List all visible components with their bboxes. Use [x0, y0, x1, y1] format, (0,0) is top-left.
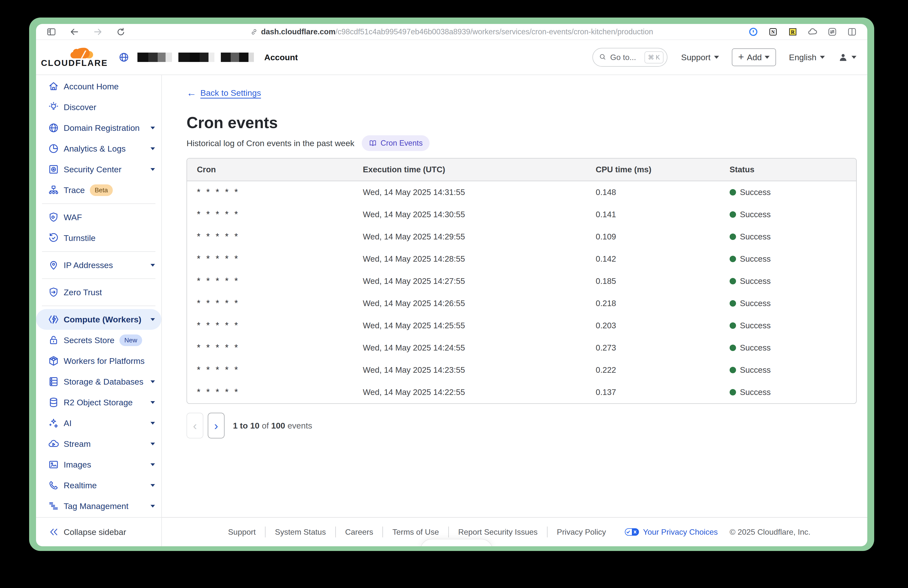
- link-icon: [250, 28, 258, 35]
- goto-search[interactable]: Go to... ⌘ K: [592, 48, 667, 67]
- cron-events-doc-badge[interactable]: Cron Events: [362, 135, 430, 151]
- cron-expression: * * * * *: [187, 276, 353, 286]
- success-dot-icon: [729, 367, 736, 373]
- back-to-settings-link[interactable]: ← Back to Settings: [187, 88, 261, 98]
- chevron-down-icon: [151, 443, 155, 445]
- sidebar-item[interactable]: Storage & Databases: [36, 371, 161, 392]
- table-row: * * * * * Wed, 14 May 2025 14:28:55 0.14…: [187, 248, 856, 270]
- footer-link[interactable]: Privacy Policy: [547, 528, 615, 536]
- execution-time: Wed, 14 May 2025 14:28:55: [353, 254, 586, 264]
- cron-expression: * * * * *: [187, 254, 353, 264]
- sidebar-item-label: WAF: [64, 213, 82, 222]
- sidebar-item[interactable]: Secrets Store New: [36, 330, 161, 351]
- sidebar-item-label: Realtime: [64, 481, 97, 490]
- account-name-redacted: Account: [137, 53, 298, 62]
- footer-link[interactable]: Careers: [336, 528, 383, 536]
- sidebar-item[interactable]: Workers for Platforms: [36, 351, 161, 371]
- chevron-down-icon: [714, 56, 719, 59]
- footer-link[interactable]: Support: [219, 528, 265, 536]
- chevron-down-icon: [151, 147, 155, 150]
- partial-dialog[interactable]: Rebuild Studio: [420, 539, 493, 546]
- cpu-time: 0.141: [586, 210, 720, 219]
- next-page-button[interactable]: ›: [208, 413, 225, 438]
- footer-link[interactable]: System Status: [266, 528, 335, 536]
- sidebar-item[interactable]: Analytics & Logs: [36, 138, 161, 159]
- sidebar-divider: [42, 279, 155, 279]
- double-chevron-left-icon: [48, 526, 59, 538]
- chevron-down-icon: [852, 56, 856, 59]
- sidebar-item[interactable]: Realtime: [36, 475, 161, 496]
- disks-icon: [48, 397, 59, 408]
- sidebar-item-label: Account Home: [64, 82, 119, 91]
- footer-link[interactable]: Terms of Use: [383, 528, 448, 536]
- pagination-summary: 1 to 10 of 100 events: [233, 421, 312, 430]
- sidebar-item[interactable]: Images: [36, 454, 161, 475]
- chevron-down-icon: [820, 56, 825, 59]
- collapse-sidebar-button[interactable]: Collapse sidebar: [36, 517, 161, 546]
- app-header: CLOUDFLARE Account Go to... ⌘ K Support …: [36, 40, 867, 75]
- home-icon: [48, 81, 59, 92]
- previous-page-button[interactable]: ‹: [187, 413, 203, 438]
- cron-events-table: Cron Execution time (UTC) CPU time (ms) …: [187, 158, 856, 404]
- r-extension-icon[interactable]: R: [788, 27, 798, 37]
- ai-icon: [48, 417, 59, 429]
- cpu-time: 0.185: [586, 277, 720, 286]
- sidebar-item[interactable]: Stream: [36, 433, 161, 454]
- cloud-download-icon[interactable]: [808, 27, 818, 37]
- reload-icon[interactable]: [116, 27, 126, 37]
- status-cell: Success: [720, 254, 856, 264]
- sidebar-item[interactable]: Account Home: [36, 76, 161, 97]
- extensions-sliders-icon[interactable]: [828, 27, 837, 37]
- sidebar-item[interactable]: AI: [36, 413, 161, 433]
- onepassword-icon[interactable]: [749, 27, 758, 37]
- sidebar-nav: Account Home Discover Domain Registratio…: [36, 75, 161, 517]
- cloudflare-cloud-icon: [68, 47, 96, 60]
- notion-icon[interactable]: N: [768, 27, 778, 37]
- main-content: ← Back to Settings Cron events Historica…: [162, 75, 867, 517]
- sidebar-item[interactable]: Tag Management: [36, 496, 161, 516]
- cpu-time: 0.109: [586, 232, 720, 242]
- pin-icon: [48, 259, 59, 271]
- table-row: * * * * * Wed, 14 May 2025 14:30:55 0.14…: [187, 203, 856, 226]
- footer-link[interactable]: Report Security Issues: [449, 528, 547, 536]
- sidebar-item[interactable]: Turnstile: [36, 227, 161, 248]
- sidebar-item-label: Discover: [64, 102, 96, 112]
- table-row: * * * * * Wed, 14 May 2025 14:29:55 0.10…: [187, 226, 856, 248]
- column-header-status: Status: [720, 165, 856, 174]
- column-header-cron: Cron: [187, 165, 353, 174]
- status-cell: Success: [720, 321, 856, 330]
- sidebar-item[interactable]: Zero Trust: [36, 282, 161, 303]
- add-button[interactable]: +Add: [732, 48, 776, 66]
- cron-expression: * * * * *: [187, 365, 353, 375]
- success-dot-icon: [729, 300, 736, 306]
- url-bar[interactable]: dash.cloudflare.com/c98cdf51c4ab995497eb…: [250, 27, 653, 36]
- sidebar-item[interactable]: IP Addresses: [36, 255, 161, 275]
- sidebar-item[interactable]: Domain Registration: [36, 118, 161, 138]
- sidebar-item[interactable]: Trace Beta: [36, 180, 161, 200]
- cron-expression: * * * * *: [187, 187, 353, 198]
- back-arrow-icon[interactable]: [69, 27, 79, 37]
- cloudflare-logo[interactable]: CLOUDFLARE: [41, 47, 108, 68]
- bulb-icon: [48, 101, 59, 113]
- user-menu[interactable]: [838, 52, 856, 63]
- cpu-time: 0.218: [586, 299, 720, 308]
- sidebar-item[interactable]: Discover: [36, 97, 161, 118]
- globe-icon[interactable]: [118, 52, 130, 63]
- sidebar-item[interactable]: Security Center: [36, 159, 161, 180]
- forward-arrow-icon[interactable]: [93, 27, 103, 37]
- language-menu[interactable]: English: [789, 53, 825, 62]
- privacy-choices-link[interactable]: Your Privacy Choices: [615, 528, 727, 536]
- support-menu[interactable]: Support: [681, 53, 719, 62]
- sidebar-item[interactable]: Compute (Workers): [36, 309, 161, 330]
- window-frame: dash.cloudflare.com/c98cdf51c4ab995497eb…: [29, 18, 874, 551]
- execution-time: Wed, 14 May 2025 14:30:55: [353, 210, 586, 219]
- chevron-down-icon: [151, 318, 155, 321]
- split-view-icon[interactable]: [847, 27, 857, 37]
- sidebar-panel-icon[interactable]: [47, 27, 56, 37]
- sidebar-item-label: Security Center: [64, 165, 121, 174]
- sidebar-item[interactable]: R2 Object Storage: [36, 392, 161, 413]
- table-row: * * * * * Wed, 14 May 2025 14:25:55 0.20…: [187, 314, 856, 337]
- sidebar-item[interactable]: WAF: [36, 207, 161, 227]
- status-cell: Success: [720, 343, 856, 353]
- table-row: * * * * * Wed, 14 May 2025 14:24:55 0.27…: [187, 337, 856, 359]
